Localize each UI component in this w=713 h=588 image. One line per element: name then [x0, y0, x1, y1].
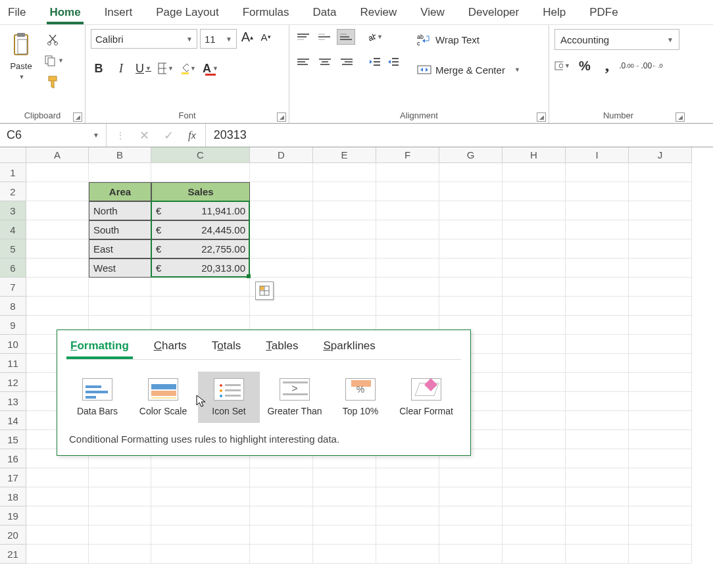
cell[interactable]: [503, 468, 566, 487]
cell[interactable]: [629, 239, 692, 258]
borders-button[interactable]: ▼: [158, 61, 174, 76]
ribbon-tab-pdfe[interactable]: PDFe: [588, 5, 619, 24]
cell[interactable]: [26, 258, 89, 278]
cell[interactable]: [629, 411, 692, 430]
cell[interactable]: [313, 201, 376, 220]
qa-tab-sparklines[interactable]: Sparklines: [322, 339, 376, 359]
align-left-button[interactable]: [295, 54, 313, 70]
cell[interactable]: [376, 468, 439, 487]
cell[interactable]: [439, 297, 503, 316]
cell[interactable]: [629, 526, 692, 545]
cell[interactable]: [26, 545, 89, 564]
cell[interactable]: [89, 506, 151, 526]
cell[interactable]: [629, 430, 692, 449]
column-header-I[interactable]: I: [566, 147, 629, 163]
cell[interactable]: [151, 297, 250, 316]
cell[interactable]: [439, 201, 503, 220]
cell[interactable]: [439, 468, 503, 487]
cell[interactable]: [629, 278, 692, 297]
column-header-J[interactable]: J: [629, 147, 692, 163]
cell[interactable]: [566, 220, 629, 239]
cell[interactable]: [250, 220, 313, 239]
align-bottom-button[interactable]: [337, 29, 355, 45]
clipboard-launcher-icon[interactable]: ◢: [73, 112, 82, 122]
row-header-2[interactable]: 2: [0, 182, 26, 201]
decrease-decimal-button[interactable]: .00←.0: [644, 58, 660, 74]
cell[interactable]: [503, 335, 566, 354]
font-color-button[interactable]: A▼: [203, 61, 218, 76]
cell[interactable]: [566, 392, 629, 411]
cell[interactable]: [566, 316, 629, 335]
paste-button[interactable]: Paste ▼: [5, 29, 37, 82]
formula-input[interactable]: 20313: [206, 124, 713, 147]
cell[interactable]: [629, 297, 692, 316]
cell[interactable]: [376, 182, 439, 201]
cell[interactable]: [503, 392, 566, 411]
font-launcher-icon[interactable]: ◢: [277, 112, 286, 122]
cell[interactable]: [151, 526, 250, 545]
cell[interactable]: [26, 239, 89, 258]
decrease-font-button[interactable]: A▾: [258, 29, 274, 45]
cell[interactable]: [503, 182, 566, 201]
cell[interactable]: [151, 487, 250, 506]
column-header-D[interactable]: D: [250, 147, 313, 163]
row-header-13[interactable]: 13: [0, 392, 26, 411]
cell[interactable]: [566, 545, 629, 564]
cell[interactable]: [313, 182, 376, 201]
cell[interactable]: [26, 297, 89, 316]
cell[interactable]: [313, 220, 376, 239]
row-header-16[interactable]: 16: [0, 449, 26, 468]
ribbon-tab-formulas[interactable]: Formulas: [241, 5, 291, 24]
cell[interactable]: [89, 526, 151, 545]
cell[interactable]: [503, 506, 566, 526]
wrap-text-button[interactable]: abcWrap Text: [413, 29, 524, 50]
cell[interactable]: [503, 258, 566, 278]
cell[interactable]: [376, 163, 439, 182]
cell[interactable]: [566, 373, 629, 392]
format-painter-button[interactable]: [42, 74, 65, 91]
cell[interactable]: [26, 278, 89, 297]
cell[interactable]: [503, 411, 566, 430]
cell[interactable]: [151, 278, 250, 297]
row-header-12[interactable]: 12: [0, 373, 26, 392]
underline-button[interactable]: U▼: [135, 61, 151, 76]
cell[interactable]: [376, 201, 439, 220]
font-name-select[interactable]: Calibri▼: [91, 29, 197, 49]
cell[interactable]: [439, 258, 503, 278]
merge-center-button[interactable]: Merge & Center▼: [413, 59, 524, 80]
ribbon-tab-help[interactable]: Help: [541, 5, 567, 24]
cell[interactable]: [89, 545, 151, 564]
row-header-21[interactable]: 21: [0, 545, 26, 564]
cell[interactable]: [376, 506, 439, 526]
cell[interactable]: [629, 468, 692, 487]
cell[interactable]: [89, 278, 151, 297]
qa-tab-totals[interactable]: Totals: [210, 339, 242, 359]
cell[interactable]: [503, 201, 566, 220]
name-box[interactable]: C6▼: [0, 124, 107, 147]
table-cell-area[interactable]: North: [89, 201, 151, 220]
cell[interactable]: [89, 487, 151, 506]
column-header-F[interactable]: F: [376, 147, 439, 163]
cell[interactable]: [313, 278, 376, 297]
cell[interactable]: [566, 506, 629, 526]
cell[interactable]: [250, 239, 313, 258]
row-header-19[interactable]: 19: [0, 506, 26, 526]
ribbon-tab-page-layout[interactable]: Page Layout: [155, 5, 220, 24]
row-header-14[interactable]: 14: [0, 411, 26, 430]
cell[interactable]: [376, 239, 439, 258]
cell[interactable]: [566, 201, 629, 220]
qa-option-clear-format[interactable]: Clear Format: [395, 372, 457, 423]
cell[interactable]: [313, 468, 376, 487]
cell[interactable]: [376, 220, 439, 239]
ribbon-tab-view[interactable]: View: [419, 5, 446, 24]
cell[interactable]: [250, 258, 313, 278]
cell[interactable]: [313, 526, 376, 545]
qa-option-color-scale[interactable]: Color Scale: [132, 372, 194, 423]
column-header-H[interactable]: H: [503, 147, 566, 163]
cell[interactable]: [566, 239, 629, 258]
cell[interactable]: [629, 545, 692, 564]
cell[interactable]: [151, 468, 250, 487]
ribbon-tab-data[interactable]: Data: [312, 5, 338, 24]
cell[interactable]: [250, 468, 313, 487]
increase-font-button[interactable]: A▴: [239, 29, 255, 45]
